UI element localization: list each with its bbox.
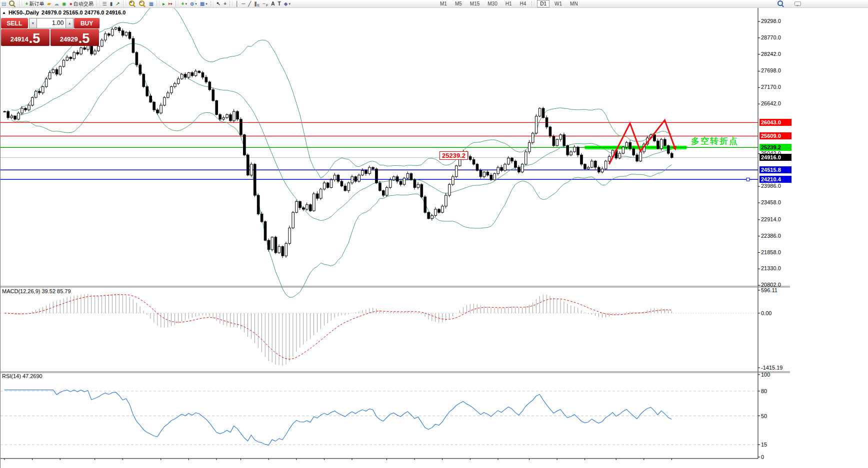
deposit-gold-icon[interactable]: ▰ (46, 0, 52, 7)
new-order-icon-glyph: + (25, 0, 28, 7)
price-tick-label: 27698.0 (761, 67, 781, 74)
timeframe-button-m1[interactable]: M1 (437, 0, 450, 7)
chart-ohlc-readout: 24979.0 25165.0 24776.0 24916.0 (42, 9, 126, 15)
crosshair-icon-glyph: + (224, 0, 226, 7)
bar-chart-icon-glyph: ☰ (102, 0, 107, 7)
autotrading-icon[interactable]: ●自动交易 (68, 0, 94, 7)
cursor-icon[interactable]: ↖ (216, 0, 222, 7)
macd-label: MACD(12,26,9) 39.52 85.79 (2, 288, 71, 294)
chart-window-icon[interactable]: ▤ (0, 0, 7, 7)
turning-point-note[interactable]: 多空转折点 (691, 135, 738, 147)
text-icon[interactable]: A (270, 0, 276, 7)
toolbar-separator (96, 1, 100, 6)
terminal-window: ▤+新订单▰☁◉●自动交易☰▮↗+−▦▸↦+▾⊙▾▩▾↖+│─╱∥E┄FAT◆▾… (0, 0, 868, 468)
rsi-tick-label: 0 (761, 454, 764, 461)
timeframe-button-w1[interactable]: W1 (552, 0, 565, 7)
price-tick-label: 21330.0 (761, 265, 781, 272)
buy-price-tile[interactable]: 24929 .5 (50, 29, 99, 46)
price-tick-label: 26642.0 (761, 100, 781, 107)
volume-input[interactable]: 1.00 (37, 18, 66, 28)
zoom-out-icon[interactable]: − (138, 0, 147, 7)
line-drag-handle[interactable] (746, 178, 750, 181)
line-chart-icon[interactable]: ↗ (114, 0, 120, 7)
price-tick-label: 21858.0 (761, 249, 781, 256)
indicators-icon[interactable]: +▾ (180, 0, 188, 7)
new-order-icon[interactable]: +新订单 (24, 0, 45, 7)
toolbar-separator (176, 1, 178, 6)
price-tick-label: 22386.0 (761, 233, 781, 239)
macd-tick-label: 596.11 (761, 287, 778, 294)
text-icon-glyph: A (271, 0, 274, 7)
timeframe-button-m5[interactable]: M5 (452, 0, 465, 7)
data-window-icon[interactable] (8, 0, 17, 7)
periods-icon-dropdown[interactable]: ▾ (195, 2, 197, 6)
zoom-in-icon[interactable]: + (128, 0, 137, 7)
zoom-out-icon: − (139, 0, 144, 6)
vertical-line-icon[interactable]: │ (234, 0, 240, 7)
text-label-icon[interactable]: T (277, 0, 282, 7)
cloud-icon[interactable]: ☁ (53, 0, 60, 7)
volume-decrease-button[interactable]: ▼ (29, 18, 37, 28)
timeframe-button-h1[interactable]: H1 (502, 0, 515, 7)
equidistant-channel-icon[interactable]: ∥E (253, 0, 260, 7)
buy-button[interactable]: BUY (74, 18, 100, 28)
timeframe-toolbar: M1M5M15M30H1H4D1W1MN (436, 0, 582, 7)
templates-icon-glyph: ▩ (200, 0, 204, 7)
timeframe-button-m15[interactable]: M15 (467, 0, 482, 7)
price-level-text-object[interactable]: 25239.2 (440, 151, 468, 160)
bar-chart-icon[interactable]: ☰ (102, 0, 108, 7)
chart-symbol-period: HK50-,Daily (8, 9, 39, 15)
price-tick-label: 27170.0 (761, 84, 781, 90)
timeframe-button-m30[interactable]: M30 (484, 0, 500, 7)
chart-shift-icon-glyph: ↦ (168, 0, 172, 7)
zoom-in-icon: + (129, 0, 134, 6)
price-box-25609-0: 25609.0 (760, 132, 792, 139)
timeframe-button-mn[interactable]: MN (567, 0, 581, 7)
signal-icon[interactable]: ◉ (61, 0, 68, 7)
sell-button[interactable]: SELL (1, 18, 28, 28)
timeframe-button-d1[interactable]: D1 (537, 0, 550, 7)
rsi-tick-label: 100 (761, 372, 770, 378)
autotrading-icon-label: 自动交易 (74, 0, 94, 7)
chart-shift-icon[interactable]: ↦ (167, 0, 173, 7)
toolbar-separator (532, 1, 534, 6)
chart-canvas[interactable] (0, 8, 868, 468)
indicators-icon-dropdown[interactable]: ▾ (185, 2, 187, 6)
templates-icon-dropdown[interactable]: ▾ (206, 2, 208, 6)
one-click-collapse-icon[interactable]: ▲ (2, 10, 6, 15)
horizontal-line-icon[interactable]: ─ (240, 0, 246, 7)
arrows-icon-dropdown[interactable]: ▾ (288, 2, 290, 6)
macd-signal-line (4, 295, 672, 360)
periods-icon[interactable]: ⊙▾ (189, 0, 198, 7)
price-tick-label: 22914.0 (761, 216, 781, 223)
chat-icon[interactable] (794, 0, 802, 7)
new-order-icon-label: 新订单 (29, 0, 44, 7)
arrows-icon[interactable]: ◆▾ (283, 0, 292, 7)
buy-price: 24929 (60, 33, 78, 45)
arrows-icon-glyph: ◆ (284, 0, 288, 7)
periods-icon-glyph: ⊙ (190, 0, 194, 7)
toolbar-groups: ▤+新订单▰☁◉●自动交易☰▮↗+−▦▸↦+▾⊙▾▩▾↖+│─╱∥E┄FAT◆▾ (0, 0, 292, 7)
search-icon[interactable] (776, 0, 786, 7)
rsi-line (4, 390, 672, 446)
line-chart-icon-glyph: ↗ (116, 0, 120, 7)
price-box-24916-0: 24916.0 (760, 154, 792, 161)
price-box-24210-4: 24210.4 (760, 176, 792, 183)
trendline-icon[interactable]: ╱ (247, 0, 252, 7)
candlestick-chart-icon[interactable]: ▮ (109, 0, 114, 7)
chat-icon (794, 1, 801, 6)
price-tick-label: 28242.0 (761, 51, 781, 57)
toolbar-separator (156, 1, 160, 6)
cursor-icon-glyph: ↖ (216, 0, 220, 7)
templates-icon[interactable]: ▩▾ (199, 0, 208, 7)
crosshair-icon[interactable]: + (222, 0, 228, 7)
timeframe-button-h4[interactable]: H4 (517, 0, 530, 7)
chart-window[interactable]: ▲ HK50-,Daily 24979.0 25165.0 24776.0 24… (0, 8, 868, 468)
fibonacci-icon[interactable]: ┄F (262, 0, 269, 7)
auto-scroll-icon[interactable]: ▸ (162, 0, 166, 7)
rsi-label: RSI(14) 47.2690 (2, 373, 42, 379)
tile-windows-icon[interactable]: ▦ (148, 0, 154, 7)
sell-price-tile[interactable]: 24914 .5 (1, 29, 50, 46)
volume-increase-button[interactable]: ▲ (66, 18, 74, 28)
toolbar-separator (19, 1, 22, 6)
